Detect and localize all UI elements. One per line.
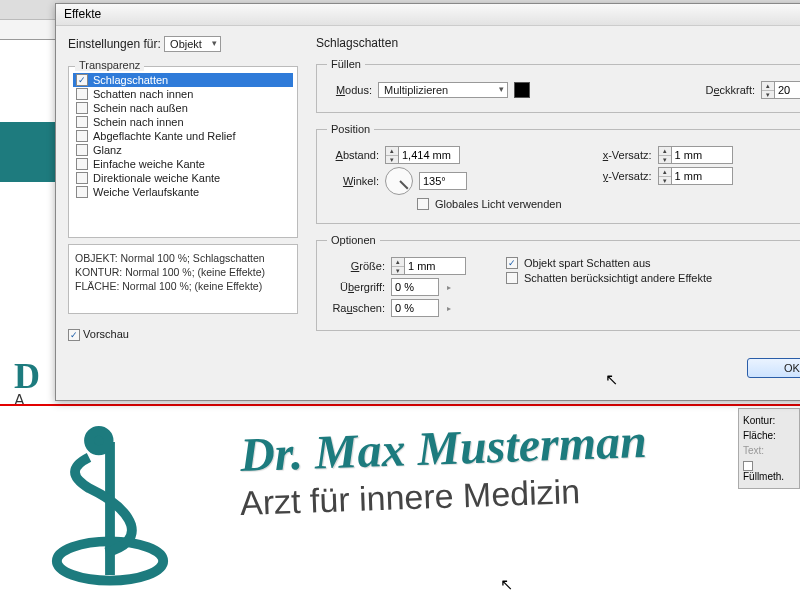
fx-checkbox[interactable] (76, 102, 88, 114)
yoffset-spinner[interactable]: ▴▾ (658, 167, 733, 185)
fx-label: Einfache weiche Kante (93, 158, 205, 170)
dialog-title: Effekte (56, 4, 800, 26)
panel-header: Schlagschatten (316, 36, 800, 50)
fx-checkbox[interactable] (76, 172, 88, 184)
fx-checkbox[interactable] (76, 88, 88, 100)
fx-item[interactable]: ✓Schlagschatten (73, 73, 293, 87)
angle-input[interactable] (419, 172, 467, 190)
fx-item[interactable]: Glanz (73, 143, 293, 157)
mode-combo[interactable]: Multiplizieren (378, 82, 508, 98)
spread-input[interactable] (391, 278, 439, 296)
fx-item[interactable]: Abgeflachte Kante und Relief (73, 129, 293, 143)
preview-label: Vorschau (83, 328, 129, 340)
options-legend: Optionen (327, 234, 380, 246)
summary-line: FLÄCHE: Normal 100 %; (keine Effekte) (75, 279, 291, 293)
bg-title-partial: D (14, 355, 40, 397)
fx-label: Schein nach außen (93, 102, 188, 114)
preview-checkbox[interactable]: ✓ Vorschau (68, 328, 298, 341)
fill-fieldset: Füllen Modus: Multiplizieren Deckkraft: … (316, 58, 800, 113)
xoffset-spinner[interactable]: ▴▾ (658, 146, 733, 164)
fx-label: Schlagschatten (93, 74, 168, 86)
opacity-label: Deckkraft: (705, 84, 755, 96)
fx-item[interactable]: Schein nach innen (73, 115, 293, 129)
summary-line: KONTUR: Normal 100 %; (keine Effekte) (75, 265, 291, 279)
settings-for-label: Einstellungen für: (68, 37, 161, 51)
fx-item[interactable]: Weiche Verlaufskante (73, 185, 293, 199)
fx-label: Schein nach innen (93, 116, 184, 128)
noise-input[interactable] (391, 299, 439, 317)
fx-summary: OBJEKT: Normal 100 %; Schlagschatten KON… (68, 244, 298, 314)
fx-label: Direktionale weiche Kante (93, 172, 220, 184)
effects-dialog: Effekte Einstellungen für: Objekt Transp… (55, 3, 800, 401)
options-fieldset: Optionen Größe: ▴▾ Übergriff: ▸ Rauschen… (316, 234, 800, 331)
side-flaeche: Fläche: (743, 428, 795, 443)
summary-line: OBJEKT: Normal 100 %; Schlagschatten (75, 251, 291, 265)
fx-checkbox[interactable] (76, 158, 88, 170)
global-light-checkbox[interactable] (417, 198, 429, 210)
distance-spinner[interactable]: ▴▾ (385, 146, 460, 164)
opacity-spinner[interactable]: ▴▾ (761, 81, 800, 99)
fx-label: Schatten nach innen (93, 88, 193, 100)
guide-line (0, 404, 800, 406)
position-fieldset: Position Abstand: ▴▾ Winkel: (316, 123, 800, 224)
side-panel: Kontur: Fläche: Text: Füllmeth. (738, 408, 800, 489)
global-light-label: Globales Licht verwenden (435, 198, 562, 210)
knockout-label: Objekt spart Schatten aus (524, 257, 651, 269)
fx-label: Abgeflachte Kante und Relief (93, 130, 236, 142)
fx-checkbox[interactable] (76, 130, 88, 142)
fx-item[interactable]: Direktionale weiche Kante (73, 171, 293, 185)
fx-item[interactable]: Schein nach außen (73, 101, 293, 115)
fill-legend: Füllen (327, 58, 365, 70)
honor-checkbox[interactable] (506, 272, 518, 284)
bg-sub-partial: A (14, 392, 25, 410)
fx-checkbox[interactable] (76, 144, 88, 156)
fx-label: Glanz (93, 144, 122, 156)
fx-checkbox[interactable] (76, 116, 88, 128)
knockout-checkbox[interactable]: ✓ (506, 257, 518, 269)
size-spinner[interactable]: ▴▾ (391, 257, 466, 275)
ok-button[interactable]: OK (747, 358, 800, 378)
angle-dial[interactable] (385, 167, 413, 195)
fx-label: Weiche Verlaufskante (93, 186, 199, 198)
fx-checkbox[interactable]: ✓ (76, 74, 88, 86)
position-legend: Position (327, 123, 374, 135)
honor-label: Schatten berücksichtigt andere Effekte (524, 272, 712, 284)
svg-point-1 (89, 431, 109, 451)
fx-item[interactable]: Schatten nach innen (73, 87, 293, 101)
color-swatch[interactable] (514, 82, 530, 98)
transparency-legend: Transparenz (75, 59, 144, 71)
settings-for-combo[interactable]: Objekt (164, 36, 221, 52)
side-kontur: Kontur: (743, 413, 795, 428)
fx-checkbox[interactable] (76, 186, 88, 198)
settings-for-row: Einstellungen für: Objekt (68, 36, 298, 52)
side-fullmeth[interactable]: Füllmeth. (743, 458, 795, 484)
transparency-group: Transparenz ✓SchlagschattenSchatten nach… (68, 66, 298, 238)
logo-asclepius (40, 420, 180, 590)
fx-item[interactable]: Einfache weiche Kante (73, 157, 293, 171)
side-text: Text: (743, 443, 795, 458)
